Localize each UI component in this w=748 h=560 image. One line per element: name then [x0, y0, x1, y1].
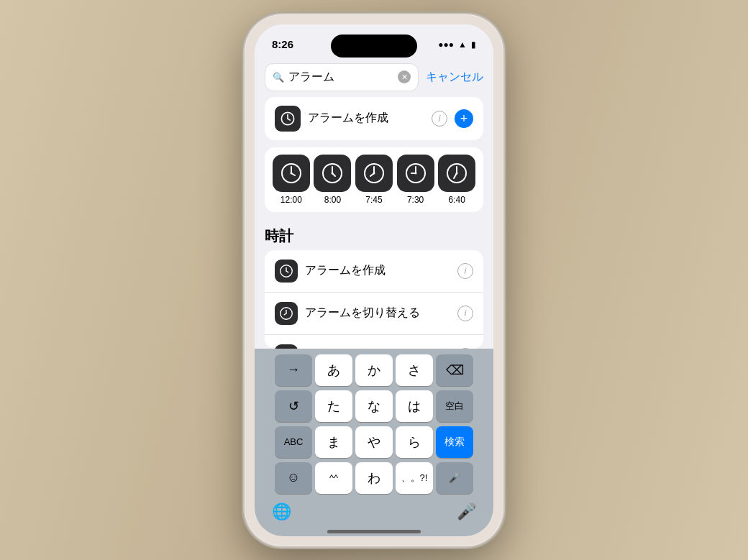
svg-point-4 [287, 117, 288, 119]
info-button[interactable]: i [432, 111, 447, 127]
key-space[interactable]: 空白 [436, 390, 473, 422]
shortcuts-section: アラームを作成 i + [255, 97, 493, 221]
globe-icon[interactable]: 🌐 [272, 502, 291, 521]
svg-point-24 [414, 172, 416, 174]
svg-point-19 [373, 172, 375, 174]
preset-640[interactable]: 6:40 [438, 155, 475, 205]
key-punct[interactable]: 、。?! [396, 462, 433, 494]
key-ha[interactable]: は [396, 390, 433, 422]
key-caret[interactable]: ^^ [315, 462, 352, 494]
key-undo[interactable]: ↺ [275, 390, 312, 422]
search-input-wrapper[interactable]: 🔍 アラーム ✕ [265, 63, 419, 91]
alarm-presets: 12:00 [265, 147, 483, 212]
preset-time-3: 7:45 [365, 195, 382, 205]
key-ma[interactable]: ま [315, 426, 352, 458]
microphone-icon[interactable]: 🎤 [457, 502, 476, 521]
key-ya[interactable]: や [355, 426, 393, 458]
wifi-icon: ▲ [458, 40, 467, 50]
keyboard-row-4: ☺ ^^ わ 、。?! 🎤 [257, 462, 491, 494]
clock-icon-2 [275, 260, 298, 283]
key-emoji[interactable]: ☺ [275, 462, 312, 494]
preset-clock-icon [397, 155, 434, 192]
key-wa[interactable]: わ [355, 462, 393, 494]
preset-clock-icon [355, 155, 393, 192]
keyboard-bottom-bar: 🌐 🎤 [257, 498, 491, 527]
phone-frame: 8:26 ●●● ▲ ▮ 🔍 アラーム ✕ キャンセル [245, 14, 503, 546]
list-item-2[interactable]: アラームを切り替える i [265, 293, 483, 335]
preset-730[interactable]: 7:30 [397, 155, 434, 205]
preset-clock-icon [273, 155, 310, 192]
phone-wrapper: 8:26 ●●● ▲ ▮ 🔍 アラーム ✕ キャンセル [241, 11, 507, 550]
status-time: 8:26 [272, 38, 293, 50]
preset-time-4: 7:30 [407, 195, 424, 205]
list-item-1[interactable]: アラームを作成 i [265, 250, 483, 293]
create-alarm-shortcut[interactable]: アラームを作成 i + [265, 97, 483, 140]
key-a[interactable]: あ [315, 354, 352, 386]
list-item-3[interactable]: すべてのアラームを取得 i [265, 335, 483, 349]
svg-point-29 [456, 172, 458, 174]
home-indicator [327, 530, 421, 533]
keyboard-row-2: ↺ た な は 空白 [257, 390, 491, 422]
preset-time-2: 8:00 [324, 195, 341, 205]
dynamic-island [331, 35, 417, 58]
item-info-1[interactable]: i [457, 263, 473, 279]
preset-clock-icon [438, 155, 475, 192]
key-arrow[interactable]: → [275, 354, 312, 386]
item-label-1: アラームを作成 [305, 263, 450, 278]
signal-icon: ●●● [438, 40, 454, 50]
svg-line-32 [286, 271, 288, 272]
svg-line-35 [284, 313, 286, 315]
svg-point-9 [290, 172, 292, 174]
cancel-button[interactable]: キャンセル [426, 70, 483, 85]
search-bar: 🔍 アラーム ✕ キャンセル [255, 56, 493, 97]
battery-icon: ▮ [471, 40, 476, 50]
shortcut-actions: i + [432, 109, 473, 128]
preset-800[interactable]: 8:00 [314, 155, 351, 205]
key-ta[interactable]: た [315, 390, 352, 422]
preset-time-5: 6:40 [448, 195, 465, 205]
key-mic-small[interactable]: 🎤 [436, 462, 473, 494]
clock-icon-3 [275, 302, 298, 325]
key-abc[interactable]: ABC [275, 426, 312, 458]
shortcut-list: アラームを作成 i アラームを切り替える i [265, 250, 483, 349]
key-ka[interactable]: か [355, 354, 393, 386]
key-sa[interactable]: さ [396, 354, 433, 386]
shortcut-left: アラームを作成 [275, 106, 388, 132]
keyboard: → あ か さ ⌫ ↺ た な は 空白 [255, 349, 493, 536]
shortcut-label: アラームを作成 [308, 111, 388, 126]
key-search[interactable]: 検索 [436, 426, 473, 458]
svg-point-14 [332, 172, 334, 174]
clock-icon [275, 106, 301, 132]
search-input[interactable]: アラーム [288, 70, 393, 85]
key-delete[interactable]: ⌫ [436, 354, 473, 386]
section-label: 時計 [255, 221, 493, 250]
phone-screen: 8:26 ●●● ▲ ▮ 🔍 アラーム ✕ キャンセル [255, 24, 493, 536]
item-info-2[interactable]: i [457, 306, 473, 321]
status-icons: ●●● ▲ ▮ [438, 40, 476, 50]
keyboard-row-3: ABC ま や ら 検索 [257, 426, 491, 458]
preset-clock-icon [314, 155, 351, 192]
key-na[interactable]: な [355, 390, 393, 422]
keyboard-row-1: → あ か さ ⌫ [257, 354, 491, 386]
preset-1200[interactable]: 12:00 [273, 155, 310, 205]
preset-time-1: 12:00 [280, 195, 302, 205]
content-area: 🔍 アラーム ✕ キャンセル [255, 56, 493, 536]
item-label-2: アラームを切り替える [305, 306, 450, 321]
key-ra[interactable]: ら [396, 426, 433, 458]
search-icon: 🔍 [273, 72, 284, 83]
search-clear-button[interactable]: ✕ [398, 70, 411, 83]
add-button[interactable]: + [455, 109, 473, 128]
preset-745[interactable]: 7:45 [355, 155, 393, 205]
